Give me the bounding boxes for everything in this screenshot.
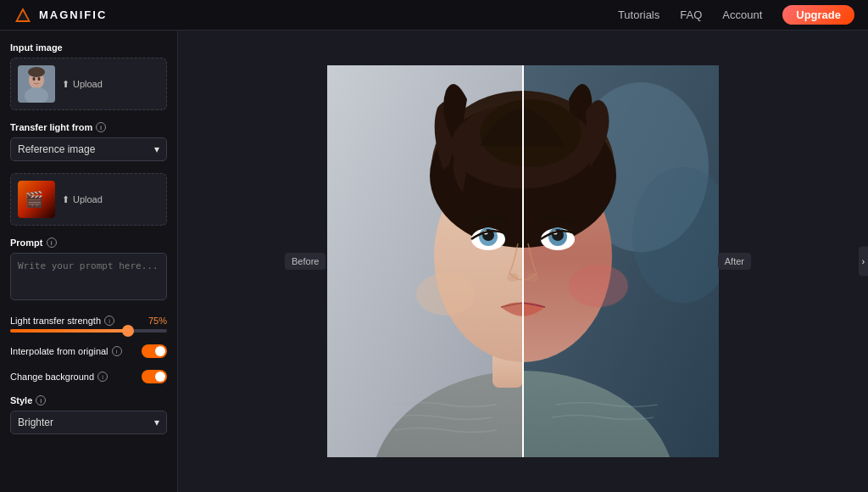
light-strength-section: Light transfer strength i 75% xyxy=(10,316,167,333)
style-info-icon: i xyxy=(36,395,46,405)
canvas-area: Before xyxy=(178,31,868,492)
interpolate-toggle[interactable] xyxy=(142,344,167,358)
style-select[interactable]: Brighter ▾ xyxy=(10,411,167,434)
input-image-box[interactable]: ⬆ Upload xyxy=(10,58,167,110)
prompt-textarea[interactable] xyxy=(10,253,167,300)
input-image-section: Input image xyxy=(10,42,167,110)
toggle-dot xyxy=(155,346,165,356)
svg-point-8 xyxy=(28,67,45,77)
logo-text: MAGNIFIC xyxy=(39,8,107,21)
svg-text:🎬: 🎬 xyxy=(25,190,44,209)
compare-container: After xyxy=(327,65,719,457)
transfer-light-select[interactable]: Reference image ▾ xyxy=(10,137,167,161)
svg-point-7 xyxy=(38,77,41,81)
svg-point-41 xyxy=(527,273,539,282)
slider-thumb[interactable] xyxy=(122,325,134,337)
face-thumbnail xyxy=(18,65,55,103)
interpolate-info-icon: i xyxy=(112,346,122,356)
prompt-section: Prompt i xyxy=(10,238,167,304)
transfer-light-info-icon: i xyxy=(96,122,106,132)
app-header: MAGNIFIC Tutorials FAQ Account Upgrade xyxy=(0,0,868,31)
style-section: Style i Brighter ▾ xyxy=(10,395,167,434)
logo-icon xyxy=(14,6,32,25)
after-label: After xyxy=(718,253,751,270)
prompt-label: Prompt i xyxy=(10,238,167,248)
chevron-down-icon: ▾ xyxy=(154,143,159,155)
change-bg-row: Change background i xyxy=(10,370,167,383)
logo: MAGNIFIC xyxy=(14,6,107,25)
reference-upload-button[interactable]: ⬆ Upload xyxy=(62,194,103,205)
light-strength-label: Light transfer strength i xyxy=(10,316,114,326)
upload-icon-ref: ⬆ xyxy=(62,194,70,205)
svg-point-6 xyxy=(33,77,36,81)
reference-image-thumb: 🎬 xyxy=(18,181,55,218)
svg-point-25 xyxy=(569,265,628,307)
reference-image-box[interactable]: 🎬 ⬆ Upload xyxy=(10,173,167,226)
change-bg-label: Change background i xyxy=(10,372,108,382)
light-strength-info-icon: i xyxy=(104,316,114,326)
portrait-image xyxy=(327,65,719,457)
transfer-light-section: Transfer light from i Reference image ▾ xyxy=(10,122,167,161)
tutorials-link[interactable]: Tutorials xyxy=(618,8,659,21)
input-image-thumb xyxy=(18,65,55,103)
before-label: Before xyxy=(285,253,326,270)
main-layout: Input image xyxy=(0,31,868,492)
toggle-dot-bg xyxy=(155,372,165,382)
upgrade-button[interactable]: Upgrade xyxy=(782,5,854,25)
light-strength-value: 75% xyxy=(148,316,167,326)
svg-point-40 xyxy=(507,273,519,282)
interpolate-label: Interpolate from original i xyxy=(10,346,122,356)
movie-thumbnail: 🎬 xyxy=(18,181,55,218)
input-upload-button[interactable]: ⬆ Upload xyxy=(62,79,103,90)
change-bg-info-icon: i xyxy=(97,372,108,382)
header-nav: Tutorials FAQ Account Upgrade xyxy=(618,5,854,25)
change-bg-toggle[interactable] xyxy=(142,370,167,383)
light-strength-slider[interactable] xyxy=(10,329,167,333)
style-label: Style i xyxy=(10,395,167,405)
upload-icon: ⬆ xyxy=(62,79,70,90)
prompt-info-icon: i xyxy=(47,238,57,248)
slider-fill xyxy=(10,329,128,333)
faq-link[interactable]: FAQ xyxy=(680,8,702,21)
svg-point-24 xyxy=(416,273,476,316)
right-edge-expand-button[interactable]: › xyxy=(859,247,868,277)
account-link[interactable]: Account xyxy=(722,8,762,21)
input-image-label: Input image xyxy=(10,42,167,53)
transfer-light-label: Transfer light from i xyxy=(10,122,167,132)
chevron-down-style-icon: ▾ xyxy=(154,417,159,428)
interpolate-row: Interpolate from original i xyxy=(10,344,167,358)
sidebar: Input image xyxy=(0,31,178,492)
